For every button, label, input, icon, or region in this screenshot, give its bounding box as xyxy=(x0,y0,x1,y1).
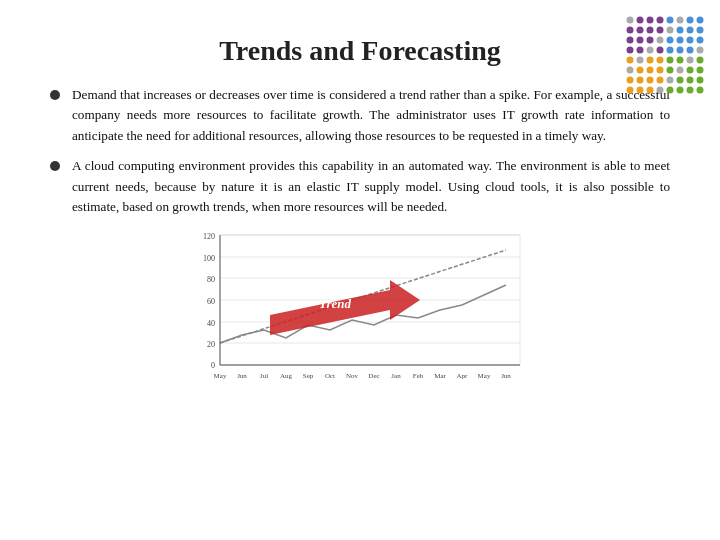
svg-text:Oct: Oct xyxy=(325,372,335,380)
trend-chart: 120 100 80 60 40 20 0 May Jun Jul Aug Se… xyxy=(190,230,530,390)
svg-text:Trend: Trend xyxy=(319,296,352,311)
title-area: Trends and Forecasting xyxy=(40,35,680,67)
svg-text:May: May xyxy=(478,372,491,380)
svg-text:0: 0 xyxy=(211,361,215,370)
svg-text:May: May xyxy=(214,372,227,380)
svg-text:20: 20 xyxy=(207,340,215,349)
svg-text:Jun: Jun xyxy=(501,372,511,380)
slide-container: Trends and Forecasting Demand that incre… xyxy=(0,0,720,540)
dot-grid-decoration xyxy=(620,10,710,100)
bullet-text-2: A cloud computing environment provides t… xyxy=(72,156,670,217)
svg-text:Mar: Mar xyxy=(434,372,446,380)
svg-text:Apr: Apr xyxy=(457,372,469,380)
bullet-dot-2 xyxy=(50,161,60,171)
bullet-item-1: Demand that increases or decreases over … xyxy=(50,85,670,146)
svg-text:Dec: Dec xyxy=(368,372,379,380)
chart-container: 120 100 80 60 40 20 0 May Jun Jul Aug Se… xyxy=(190,230,530,390)
svg-text:60: 60 xyxy=(207,297,215,306)
svg-text:Jan: Jan xyxy=(391,372,401,380)
bullet-text-1: Demand that increases or decreases over … xyxy=(72,85,670,146)
slide-title: Trends and Forecasting xyxy=(40,35,680,67)
svg-text:40: 40 xyxy=(207,319,215,328)
svg-text:Nov: Nov xyxy=(346,372,359,380)
svg-text:Aug: Aug xyxy=(280,372,293,380)
svg-text:Feb: Feb xyxy=(413,372,424,380)
svg-text:80: 80 xyxy=(207,275,215,284)
bullet-item-2: A cloud computing environment provides t… xyxy=(50,156,670,217)
svg-text:Sep: Sep xyxy=(303,372,314,380)
content-area: Demand that increases or decreases over … xyxy=(40,85,680,218)
svg-text:Jun: Jun xyxy=(237,372,247,380)
svg-text:Jul: Jul xyxy=(260,372,268,380)
svg-text:100: 100 xyxy=(203,254,215,263)
svg-text:120: 120 xyxy=(203,232,215,241)
bullet-dot-1 xyxy=(50,90,60,100)
